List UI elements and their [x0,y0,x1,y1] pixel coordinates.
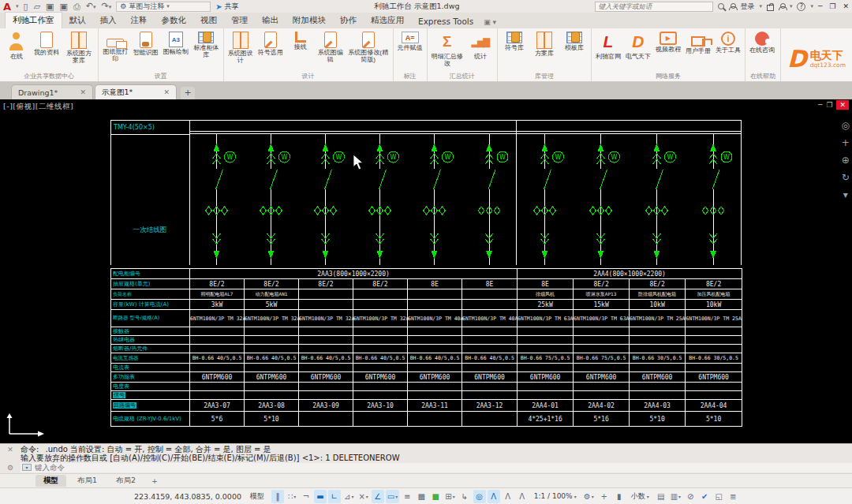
help-caret-icon[interactable]: ▾ [810,3,813,9]
ribbon-tab[interactable]: 附加模块 [286,13,333,28]
command-customize-icon[interactable]: ⚙ [7,464,13,472]
ribbon-button[interactable]: Σ明细汇总修改 [429,28,465,67]
customization-icon[interactable]: ≣ [727,490,739,503]
command-recent-icon[interactable]: ▾ [22,464,32,471]
lock-ui-icon[interactable]: ▥▾ [669,490,682,503]
polar-tracking-icon[interactable]: ⊿▾ [342,490,355,503]
doc-restore-icon[interactable]: ❐ [826,101,832,109]
model-space-indicator[interactable]: 模型 [250,491,264,502]
workspace-switch-icon[interactable]: ⚙▾ [582,490,596,503]
doc-close-icon[interactable]: ✕ [836,100,849,110]
graphics-performance-icon[interactable]: ✔ [698,490,711,503]
snap-mode-icon[interactable]: ∷▾ [286,490,298,503]
signin-person-icon[interactable] [729,3,735,10]
ribbon-button[interactable]: D电气天下 [623,28,653,60]
app-menu-caret-icon[interactable]: ▾ [16,3,19,9]
annotation-monitor-icon[interactable]: Λ [516,490,529,503]
ribbon-collapse-icon[interactable]: ▣ ▾ [484,18,496,28]
ribbon-button[interactable]: 在线 [2,28,32,60]
ribbon-button[interactable]: A3图幅绘制 [161,28,191,55]
ribbon-button[interactable]: 图纸批打印 [100,28,131,62]
nav-more-icon[interactable]: ▾ [842,189,850,200]
doc-minimize-icon[interactable]: ─ [818,101,822,109]
workspace-select[interactable]: ⚙ 草图与注释 ▾ [116,2,211,12]
minimize-button[interactable]: ─ [818,2,822,10]
redo-icon[interactable]: ↷▾ [101,2,111,12]
ribbon-tab[interactable]: 精选应用 [364,13,411,28]
ribbon-button[interactable]: 系统图设计 [226,28,256,64]
new-layout-icon[interactable]: + [147,476,163,485]
ribbon-tab[interactable]: 管理 [224,13,255,28]
ribbon-tab[interactable]: 利驰工作室 [5,12,62,28]
search-input[interactable] [598,2,710,10]
save-icon[interactable]: ▣ [46,2,54,11]
transparency-icon[interactable]: ▩ [415,490,428,503]
ribbon-tab[interactable]: 注释 [124,13,155,28]
ribbon-button[interactable]: 标准柜体库 [191,28,222,58]
annotation-scale[interactable]: 1:1 / 100%▾ [531,492,580,500]
command-close-icon[interactable]: ✕ [7,446,13,454]
file-tab[interactable]: Drawing1*✕ [11,84,93,99]
community-icon[interactable] [779,3,785,10]
pan-icon[interactable]: + [842,137,850,148]
ortho-mode-icon[interactable]: ∟ [328,490,341,503]
file-tab-close-icon[interactable]: ✕ [163,88,170,96]
ribbon-button[interactable]: 方案库 [529,28,559,57]
share-button[interactable]: ➤ 共享 [215,2,238,12]
save-as-icon[interactable]: ▣ [60,2,68,11]
help-search[interactable] [595,2,713,12]
signin-label[interactable]: 登录 [740,2,754,12]
isolate-objects-icon[interactable]: ⊘ [684,490,697,503]
command-input[interactable] [35,463,271,472]
ribbon-button[interactable]: A=元件赋值 [395,28,425,51]
ribbon-button[interactable]: 系统图编辑 [316,28,346,63]
steering-wheel-icon[interactable]: ◎ [842,120,850,131]
3d-object-snap-icon[interactable]: ⊞▾ [443,490,456,503]
add-scales-icon[interactable]: Λ [502,490,514,503]
ribbon-button[interactable]: 我的资料 [32,28,62,56]
ribbon-button[interactable]: 用户手册 [683,28,713,54]
ribbon-button[interactable]: 模板库 [559,28,589,51]
dynamic-ucs-icon[interactable]: ↳ [458,490,471,503]
app-menu-icon[interactable]: A [3,2,11,12]
app-store-icon[interactable] [767,5,774,11]
autoscale-icon[interactable]: Λ [488,490,500,503]
command-input-row[interactable]: ▾ [21,463,852,472]
isometric-drafting-icon[interactable]: ×▾ [357,490,369,503]
signin-caret-icon[interactable]: ▾ [759,3,762,9]
ribbon-tab[interactable]: 协作 [333,13,364,28]
ribbon-button[interactable]: ▂▅▇统计 [465,28,495,60]
annotation-monitor-icon[interactable]: + [598,490,611,503]
plot-icon[interactable]: ⎙ [73,2,80,11]
search-icon[interactable] [718,3,724,9]
ribbon-tab[interactable]: 输出 [255,13,286,28]
orbit-icon[interactable]: ↻ [842,172,850,183]
object-snap-icon[interactable]: ▭▾ [386,490,399,503]
annotation-visibility-icon[interactable]: ◎ [473,490,486,503]
ribbon-button[interactable]: 符号选用 [256,28,286,56]
restore-button[interactable]: ❐ [829,2,835,10]
viewport-controls[interactable]: [-][俯视][二维线框] [3,102,73,112]
ribbon-button[interactable]: 接线 [286,28,316,50]
ribbon-tab[interactable]: 默认 [62,13,93,28]
ribbon-button[interactable]: i关于工具 [713,28,743,54]
layout-tab[interactable]: 模型 [36,475,66,487]
snap-grid-icon[interactable]: ‖ [271,490,284,503]
undo-icon[interactable]: ↶▾ [86,2,96,12]
open-icon[interactable]: ▱ [34,2,40,11]
clean-screen-icon[interactable]: ◱ [712,490,725,503]
file-tab[interactable]: 示意图1*✕ [95,84,177,99]
ribbon-tab[interactable]: Express Tools [411,14,480,28]
ribbon-button[interactable]: ▶视频教程 [653,28,683,53]
infer-constraints-icon[interactable]: ¬ [300,490,312,503]
ribbon-button[interactable]: 符号库 [499,28,529,51]
dynamic-input-icon[interactable]: ▬ [314,490,327,503]
ribbon-tab[interactable]: 参数化 [155,13,194,28]
ribbon-button[interactable]: L利驰官网 [593,28,623,60]
help-icon[interactable]: ? [797,2,805,11]
lineweight-icon[interactable]: ≡ [401,490,413,503]
ribbon-tab[interactable]: 插入 [93,13,124,28]
new-icon[interactable]: ▯ [24,2,28,11]
units-select[interactable]: 小数▾ [628,491,652,502]
ribbon-button[interactable]: 系统图修改(精简版) [346,28,391,63]
